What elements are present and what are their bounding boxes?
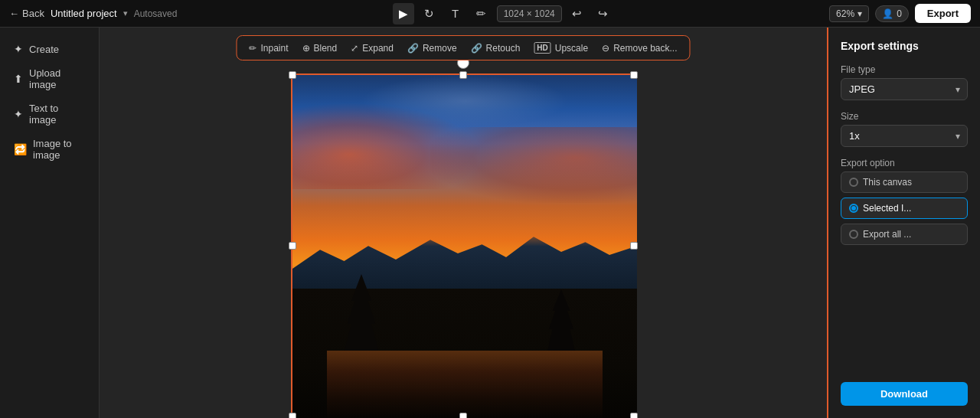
file-type-label: File type — [841, 64, 968, 75]
remove-label: Remove — [423, 43, 457, 54]
download-button[interactable]: Download — [841, 382, 968, 406]
topbar: ← Back Untitled project ▾ Autosaved ▶ ↻ … — [0, 0, 980, 28]
upscale-button[interactable]: HD Upscale — [528, 39, 594, 57]
upload-image-label: Upload image — [29, 67, 85, 90]
selected-label: Selected I... — [863, 203, 911, 214]
cloud-right — [430, 127, 637, 203]
retouch-label: Retouch — [486, 43, 521, 54]
project-chevron-icon[interactable]: ▾ — [123, 8, 128, 18]
undo-button[interactable]: ↩ — [567, 3, 588, 24]
zoom-chevron-icon: ▾ — [858, 8, 862, 19]
export-options: This canvas Selected I... Export all ... — [841, 171, 968, 245]
size-field: Size 1x 2x 4x — [841, 111, 968, 147]
handle-bottom-left[interactable] — [289, 413, 296, 418]
inpaint-button[interactable]: ✏ Inpaint — [243, 40, 294, 57]
water-reflection — [327, 351, 603, 418]
handle-bottom-right[interactable] — [630, 413, 638, 418]
image-to-image-icon: 🔁 — [14, 143, 27, 155]
export-option-field: Export option This canvas Selected I... … — [841, 158, 968, 245]
remove-button[interactable]: 🔗 Remove — [401, 40, 463, 57]
back-arrow-icon: ← — [9, 8, 19, 19]
dimension-display: 1024 × 1024 — [497, 5, 562, 22]
sidebar-item-upload-image[interactable]: ⬆ Upload image — [5, 61, 94, 96]
export-all-label: Export all ... — [863, 229, 911, 240]
sidebar: ✦ Create ⬆ Upload image ✦ Text to image … — [0, 28, 100, 418]
back-button[interactable]: ← Back — [9, 8, 44, 19]
remove-bg-icon: ⊖ — [602, 43, 609, 54]
handle-middle-right[interactable] — [630, 242, 638, 250]
expand-label: Expand — [362, 43, 394, 54]
create-label: Create — [29, 44, 59, 55]
inpaint-label: Inpaint — [260, 43, 288, 54]
main-area: ✦ Create ⬆ Upload image ✦ Text to image … — [0, 28, 980, 418]
upload-icon: ⬆ — [14, 73, 23, 85]
remove-bg-label: Remove back... — [613, 43, 677, 54]
canvas-image: ↻ — [291, 73, 635, 418]
user-badge: 👤 0 — [875, 5, 909, 22]
upscale-icon: HD — [534, 42, 550, 54]
text-tool-button[interactable]: T — [445, 3, 466, 24]
user-icon: 👤 — [882, 8, 893, 19]
image-toolbar: ✏ Inpaint ⊕ Blend ⤢ Expand 🔗 Remove 🔗 Re… — [236, 35, 690, 60]
this-canvas-option[interactable]: This canvas — [841, 171, 968, 193]
project-name[interactable]: Untitled project — [51, 8, 117, 19]
selected-radio — [849, 204, 858, 213]
blend-icon: ⊕ — [302, 43, 310, 54]
export-panel: Export settings File type JPEG PNG WEBP … — [827, 28, 980, 418]
retouch-icon: 🔗 — [471, 43, 482, 54]
topbar-right: 62% ▾ 👤 0 Export — [829, 4, 971, 23]
topbar-left: ← Back Untitled project ▾ Autosaved — [9, 8, 177, 19]
size-label: Size — [841, 111, 968, 122]
this-canvas-label: This canvas — [863, 177, 912, 188]
create-icon: ✦ — [14, 43, 23, 55]
autosaved-label: Autosaved — [134, 8, 178, 19]
rotate-tool-button[interactable]: ↻ — [419, 3, 440, 24]
this-canvas-radio — [849, 178, 858, 187]
topbar-center: ▶ ↻ T ✏ 1024 × 1024 ↩ ↪ — [393, 3, 614, 24]
export-button[interactable]: Export — [915, 4, 971, 23]
blend-button[interactable]: ⊕ Blend — [296, 40, 344, 57]
zoom-control[interactable]: 62% ▾ — [829, 5, 869, 22]
expand-button[interactable]: ⤢ Expand — [345, 40, 400, 57]
handle-middle-left[interactable] — [289, 242, 296, 250]
select-tool-button[interactable]: ▶ — [393, 3, 414, 24]
size-select-wrapper[interactable]: 1x 2x 4x — [841, 125, 968, 147]
canvas-image-wrapper[interactable]: ↻ — [291, 73, 635, 418]
sidebar-item-image-to-image[interactable]: 🔁 Image to image — [5, 132, 94, 167]
inpaint-icon: ✏ — [249, 43, 256, 54]
expand-icon: ⤢ — [351, 43, 358, 54]
selected-option[interactable]: Selected I... — [841, 198, 968, 219]
export-all-radio — [849, 230, 858, 239]
export-option-label: Export option — [841, 158, 968, 168]
size-select[interactable]: 1x 2x 4x — [841, 125, 968, 147]
remove-icon: 🔗 — [407, 43, 419, 54]
upscale-label: Upscale — [555, 43, 588, 54]
export-panel-title: Export settings — [841, 40, 968, 52]
file-type-field: File type JPEG PNG WEBP — [841, 64, 968, 100]
text-to-image-icon: ✦ — [14, 108, 23, 120]
canvas-area[interactable]: ✏ Inpaint ⊕ Blend ⤢ Expand 🔗 Remove 🔗 Re… — [100, 28, 827, 418]
handle-bottom-middle[interactable] — [459, 413, 467, 418]
image-to-image-label: Image to image — [33, 138, 85, 161]
handle-top-middle[interactable] — [459, 71, 467, 79]
back-label: Back — [22, 8, 44, 19]
blend-label: Blend — [314, 43, 338, 54]
handle-top-right[interactable] — [630, 71, 638, 79]
user-count: 0 — [897, 8, 902, 19]
retouch-button[interactable]: 🔗 Retouch — [465, 40, 527, 57]
file-type-select[interactable]: JPEG PNG WEBP — [841, 78, 968, 100]
sunset-artwork — [292, 75, 637, 418]
handle-top-left[interactable] — [289, 71, 296, 79]
redo-button[interactable]: ↪ — [593, 3, 614, 24]
draw-tool-button[interactable]: ✏ — [471, 3, 492, 24]
remove-bg-button[interactable]: ⊖ Remove back... — [596, 40, 683, 57]
export-all-option[interactable]: Export all ... — [841, 224, 968, 245]
sidebar-item-create[interactable]: ✦ Create — [5, 37, 94, 61]
text-to-image-label: Text to image — [29, 103, 85, 126]
zoom-level: 62% — [836, 8, 854, 19]
file-type-select-wrapper[interactable]: JPEG PNG WEBP — [841, 78, 968, 100]
sidebar-item-text-to-image[interactable]: ✦ Text to image — [5, 96, 94, 132]
